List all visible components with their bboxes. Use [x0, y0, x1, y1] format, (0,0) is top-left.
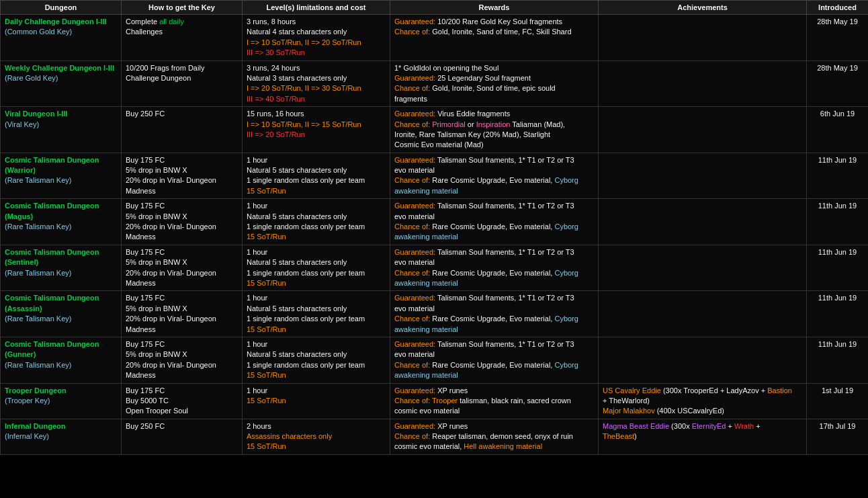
- dungeon-cell-cosmic-assassin: Cosmic Talisman Dungeon (Assassin)(Rare …: [1, 291, 122, 337]
- dungeon-cell-infernal: Infernal Dungeon(Infernal Key): [1, 419, 122, 454]
- table-row-infernal: Infernal Dungeon(Infernal Key)Buy 250 FC…: [1, 419, 869, 454]
- introduced-cell-cosmic-assassin: 11th Jun 19: [807, 291, 869, 337]
- dungeon-name: Viral Dungeon I-III: [5, 110, 67, 118]
- dungeon-cell-cosmic-warrior: Cosmic Talisman Dungeon (Warrior)(Rare T…: [1, 153, 122, 199]
- header-key: How to get the Key: [122, 1, 243, 15]
- dungeon-name: Trooper Dungeon: [5, 386, 67, 395]
- key-cell-cosmic-assassin: Buy 175 FC5% drop in BNW X20% drop in Vi…: [122, 291, 243, 337]
- key-cell-cosmic-magus: Buy 175 FC5% drop in BNW X20% drop in Vi…: [122, 199, 243, 245]
- rewards-cell-infernal: Guaranteed: XP runesChance of: Reaper ta…: [390, 419, 599, 454]
- rewards-cell-cosmic-warrior: Guaranteed: Talisman Soul framents, 1* T…: [390, 153, 599, 199]
- level-cell-cosmic-warrior: 1 hourNatural 5 stars characters only1 s…: [243, 153, 390, 199]
- key-name: (Rare Talisman Key): [5, 269, 71, 277]
- dungeon-name: Daily Challenge Dungeon I-III: [5, 17, 107, 26]
- key-name: (Viral Key): [5, 120, 39, 128]
- table-row-viral: Viral Dungeon I-III(Viral Key)Buy 250 FC…: [1, 107, 869, 153]
- dungeon-name: Cosmic Talisman Dungeon (Warrior): [5, 156, 99, 174]
- key-name: (Rare Talisman Key): [5, 176, 71, 184]
- header-introduced: Introduced: [807, 1, 869, 15]
- table-row-cosmic-warrior: Cosmic Talisman Dungeon (Warrior)(Rare T…: [1, 153, 869, 199]
- key-name: (Trooper Key): [5, 397, 50, 405]
- level-cell-cosmic-sentinel: 1 hourNatural 5 stars characters only1 s…: [243, 245, 390, 291]
- key-cell-daily: Complete all dailyChallenges: [122, 15, 243, 61]
- introduced-cell-daily: 28th May 19: [807, 15, 869, 61]
- achievements-cell-weekly: [599, 60, 807, 107]
- dungeon-name: Cosmic Talisman Dungeon (Assassin): [5, 294, 99, 312]
- key-name: (Infernal Key): [5, 432, 49, 440]
- introduced-cell-trooper: 1st Jul 19: [807, 383, 869, 419]
- table-row-daily: Daily Challenge Dungeon I-III(Common Gol…: [1, 15, 869, 61]
- level-cell-daily: 3 runs, 8 hoursNatural 4 stars character…: [243, 15, 390, 61]
- key-cell-viral: Buy 250 FC: [122, 107, 243, 153]
- dungeon-cell-daily: Daily Challenge Dungeon I-III(Common Gol…: [1, 15, 122, 61]
- rewards-cell-trooper: Guaranteed: XP runesChance of: Trooper t…: [390, 383, 599, 419]
- key-cell-cosmic-gunner: Buy 175 FC5% drop in BNW X20% drop in Vi…: [122, 337, 243, 383]
- key-name: (Rare Talisman Key): [5, 222, 71, 231]
- introduced-cell-cosmic-magus: 11th Jun 19: [807, 199, 869, 245]
- dungeon-table: Dungeon How to get the Key Level(s) limi…: [0, 0, 868, 455]
- level-cell-infernal: 2 hoursAssassins characters only15 SoT/R…: [243, 419, 390, 454]
- introduced-cell-cosmic-gunner: 11th Jun 19: [807, 337, 869, 383]
- key-name: (Rare Talisman Key): [5, 315, 71, 323]
- introduced-cell-weekly: 28th May 19: [807, 60, 869, 107]
- dungeon-name: Cosmic Talisman Dungeon (Gunner): [5, 340, 99, 358]
- rewards-cell-weekly: 1* GoldIdol on opening the SoulGuarantee…: [390, 60, 599, 107]
- rewards-cell-cosmic-assassin: Guaranteed: Talisman Soul framents, 1* T…: [390, 291, 599, 337]
- table-row-weekly: Weekly Challenge Dungeon I-III(Rare Gold…: [1, 60, 869, 107]
- achievements-cell-cosmic-warrior: [599, 153, 807, 199]
- achievements-cell-cosmic-sentinel: [599, 245, 807, 291]
- key-name: (Rare Talisman Key): [5, 361, 71, 369]
- key-cell-cosmic-warrior: Buy 175 FC5% drop in BNW X20% drop in Vi…: [122, 153, 243, 199]
- dungeon-cell-cosmic-magus: Cosmic Talisman Dungeon (Magus)(Rare Tal…: [1, 199, 122, 245]
- dungeon-name: Infernal Dungeon: [5, 422, 65, 430]
- level-cell-cosmic-gunner: 1 hourNatural 5 stars characters only1 s…: [243, 337, 390, 383]
- table-row-cosmic-sentinel: Cosmic Talisman Dungeon (Sentinel)(Rare …: [1, 245, 869, 291]
- header-rewards: Rewards: [390, 1, 599, 15]
- key-name: (Common Gold Key): [5, 28, 72, 36]
- key-cell-infernal: Buy 250 FC: [122, 419, 243, 454]
- key-name: (Rare Gold Key): [5, 74, 58, 82]
- table-row-cosmic-magus: Cosmic Talisman Dungeon (Magus)(Rare Tal…: [1, 199, 869, 245]
- table-row-cosmic-assassin: Cosmic Talisman Dungeon (Assassin)(Rare …: [1, 291, 869, 337]
- dungeon-name: Cosmic Talisman Dungeon (Magus): [5, 202, 99, 220]
- level-cell-cosmic-assassin: 1 hourNatural 5 stars characters only1 s…: [243, 291, 390, 337]
- rewards-cell-viral: Guaranteed: Virus Eddie fragmentsChance …: [390, 107, 599, 153]
- dungeon-cell-cosmic-gunner: Cosmic Talisman Dungeon (Gunner)(Rare Ta…: [1, 337, 122, 383]
- level-cell-weekly: 3 runs, 24 hoursNatural 3 stars characte…: [243, 60, 390, 107]
- dungeon-cell-cosmic-sentinel: Cosmic Talisman Dungeon (Sentinel)(Rare …: [1, 245, 122, 291]
- level-cell-cosmic-magus: 1 hourNatural 5 stars characters only1 s…: [243, 199, 390, 245]
- dungeon-cell-viral: Viral Dungeon I-III(Viral Key): [1, 107, 122, 153]
- key-cell-weekly: 10/200 Frags from DailyChallenge Dungeon: [122, 60, 243, 107]
- dungeon-name: Cosmic Talisman Dungeon (Sentinel): [5, 248, 99, 266]
- rewards-cell-cosmic-gunner: Guaranteed: Talisman Soul framents, 1* T…: [390, 337, 599, 383]
- introduced-cell-cosmic-warrior: 11th Jun 19: [807, 153, 869, 199]
- dungeon-cell-trooper: Trooper Dungeon(Trooper Key): [1, 383, 122, 419]
- table-row-cosmic-gunner: Cosmic Talisman Dungeon (Gunner)(Rare Ta…: [1, 337, 869, 383]
- achievements-cell-cosmic-assassin: [599, 291, 807, 337]
- rewards-cell-daily: Guaranteed: 10/200 Rare Gold Key Soul fr…: [390, 15, 599, 61]
- rewards-cell-cosmic-sentinel: Guaranteed: Talisman Soul framents, 1* T…: [390, 245, 599, 291]
- dungeon-name: Weekly Challenge Dungeon I-III: [5, 64, 114, 72]
- rewards-cell-cosmic-magus: Guaranteed: Talisman Soul framents, 1* T…: [390, 199, 599, 245]
- achievements-cell-daily: [599, 15, 807, 61]
- key-cell-trooper: Buy 175 FCBuy 5000 TCOpen Trooper Soul: [122, 383, 243, 419]
- introduced-cell-cosmic-sentinel: 11th Jun 19: [807, 245, 869, 291]
- introduced-cell-infernal: 17th Jul 19: [807, 419, 869, 454]
- achievements-cell-cosmic-gunner: [599, 337, 807, 383]
- header-achievements: Achievements: [599, 1, 807, 15]
- dungeon-cell-weekly: Weekly Challenge Dungeon I-III(Rare Gold…: [1, 60, 122, 107]
- level-cell-viral: 15 runs, 16 hoursI => 10 SoT/Run, II => …: [243, 107, 390, 153]
- key-cell-cosmic-sentinel: Buy 175 FC5% drop in BNW X20% drop in Vi…: [122, 245, 243, 291]
- table-row-trooper: Trooper Dungeon(Trooper Key)Buy 175 FCBu…: [1, 383, 869, 419]
- header-level: Level(s) limitations and cost: [243, 1, 390, 15]
- header-dungeon: Dungeon: [1, 1, 122, 15]
- achievements-cell-viral: [599, 107, 807, 153]
- achievements-cell-trooper: US Cavalry Eddie (300x TrooperEd + LadyA…: [599, 383, 807, 419]
- introduced-cell-viral: 6th Jun 19: [807, 107, 869, 153]
- achievements-cell-cosmic-magus: [599, 199, 807, 245]
- level-cell-trooper: 1 hour15 SoT/Run: [243, 383, 390, 419]
- achievements-cell-infernal: Magma Beast Eddie (300x EternityEd + Wra…: [599, 419, 807, 454]
